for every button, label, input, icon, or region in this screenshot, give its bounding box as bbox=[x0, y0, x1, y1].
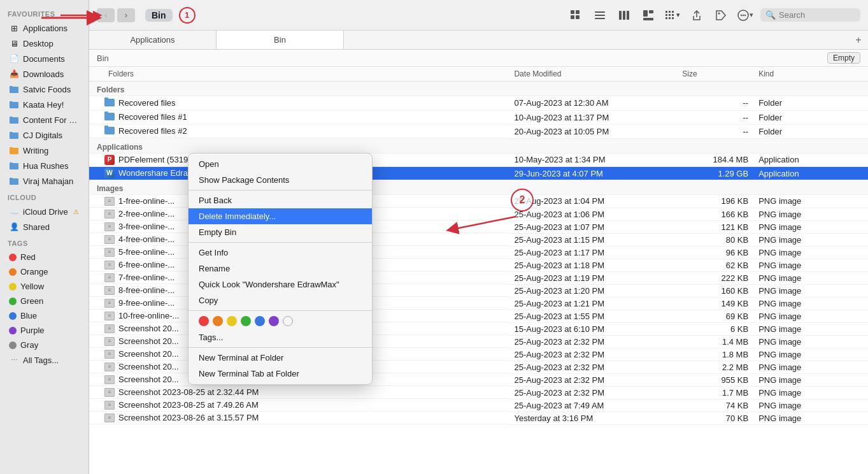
folder-icon bbox=[104, 126, 115, 136]
image-icon: ≡ bbox=[104, 222, 115, 231]
icloud-section: iCloud bbox=[0, 189, 89, 204]
pdf-icon: P bbox=[104, 155, 115, 165]
sidebar-item-label: Purple bbox=[20, 326, 45, 335]
arrange-button[interactable]: ▾ bbox=[664, 6, 681, 24]
file-size: -- bbox=[677, 96, 753, 111]
desktop-icon: 🖥 bbox=[9, 38, 19, 48]
sidebar-item-yellow[interactable]: Yellow bbox=[3, 280, 86, 293]
file-kind: PNG image bbox=[753, 335, 868, 348]
context-menu-item-quick-look[interactable]: Quick Look "Wondershare EdrawMax" bbox=[189, 276, 372, 292]
tag-color-dot[interactable] bbox=[241, 316, 251, 326]
file-name: Recovered files #1 bbox=[89, 110, 509, 124]
file-kind: PNG image bbox=[753, 195, 868, 208]
file-kind: PNG image bbox=[753, 348, 868, 361]
sidebar-item-green[interactable]: Green bbox=[3, 294, 86, 308]
file-size: 2.2 MB bbox=[677, 361, 753, 373]
tag-color-dot[interactable] bbox=[213, 316, 223, 326]
tags-button[interactable] bbox=[712, 6, 730, 24]
context-menu-item-copy[interactable]: Copy bbox=[189, 292, 372, 308]
sidebar-item-blue[interactable]: Blue bbox=[3, 309, 86, 322]
sidebar-item-documents[interactable]: 📄 Documents bbox=[3, 52, 86, 66]
context-menu-item-tags-dots[interactable]: Tags... bbox=[189, 329, 372, 345]
image-icon: ≡ bbox=[104, 363, 115, 371]
grid-view-button[interactable] bbox=[567, 6, 585, 24]
table-row[interactable]: Recovered files 07-Aug-2023 at 12:30 AM … bbox=[89, 96, 868, 111]
tab-bin[interactable]: Bin bbox=[217, 31, 344, 49]
breadcrumb-bin[interactable]: Bin bbox=[145, 9, 173, 22]
tag-empty-dot[interactable] bbox=[283, 316, 293, 326]
search-box[interactable]: 🔍 bbox=[760, 8, 860, 22]
arrange-chevron: ▾ bbox=[676, 11, 680, 19]
more-button[interactable]: ▾ bbox=[736, 6, 754, 24]
empty-button[interactable]: Empty bbox=[827, 52, 860, 64]
tag-color-dot[interactable] bbox=[269, 316, 279, 326]
sidebar-item-label: iCloud Drive bbox=[23, 207, 68, 217]
gallery-view-button[interactable] bbox=[639, 6, 657, 24]
share-button[interactable] bbox=[688, 6, 706, 24]
sidebar-item-content-for-m[interactable]: Content For M... bbox=[3, 113, 86, 127]
sidebar-item-hua-rushes[interactable]: Hua Rushes bbox=[3, 159, 86, 173]
svg-rect-1 bbox=[10, 86, 13, 88]
add-tab-button[interactable]: + bbox=[849, 31, 868, 49]
svg-rect-46 bbox=[104, 111, 108, 114]
table-row[interactable]: Recovered files #1 10-Aug-2023 at 11:37 … bbox=[89, 110, 868, 124]
svg-rect-28 bbox=[643, 18, 653, 20]
sidebar-item-shared[interactable]: 👤 Shared bbox=[3, 220, 86, 234]
context-menu-tags-row bbox=[189, 313, 372, 329]
tag-color-dot[interactable] bbox=[199, 316, 209, 326]
context-menu-item-empty-bin[interactable]: Empty Bin bbox=[189, 224, 372, 240]
sidebar-item-kaata-hey[interactable]: Kaata Hey! bbox=[3, 97, 86, 111]
back-button[interactable]: ‹ bbox=[97, 8, 115, 22]
sidebar-item-applications[interactable]: ⊞ Applications bbox=[3, 21, 86, 35]
context-menu-item-delete-immediately[interactable]: Delete Immediately... bbox=[189, 208, 372, 224]
svg-rect-11 bbox=[10, 162, 13, 164]
sidebar-item-all-tags[interactable]: ⋯ All Tags... bbox=[3, 353, 86, 367]
file-date: 07-Aug-2023 at 12:30 AM bbox=[509, 96, 677, 111]
file-date: 10-May-2023 at 1:34 PM bbox=[509, 153, 677, 167]
file-name: ≡ Screenshot 2023-08-25 at 2.32.44 PM bbox=[89, 386, 509, 399]
col-header-date[interactable]: Date Modified bbox=[509, 67, 677, 82]
table-row[interactable]: ≡ Screenshot 2023-08-26 at 3.15.57 PM Ye… bbox=[89, 412, 868, 424]
col-header-name[interactable]: Folders bbox=[89, 67, 509, 82]
sidebar-item-viraj-mahajan[interactable]: Viraj Mahajan bbox=[3, 174, 86, 188]
sidebar-item-red[interactable]: Red bbox=[3, 250, 86, 264]
table-row[interactable]: Recovered files #2 20-Aug-2023 at 10:05 … bbox=[89, 124, 868, 138]
table-row[interactable]: ≡ Screenshot 2023-08-25 at 7.49.26 AM 25… bbox=[89, 399, 868, 412]
svg-point-41 bbox=[743, 14, 744, 15]
context-menu-item-new-terminal[interactable]: New Terminal at Folder bbox=[189, 350, 372, 366]
context-menu-item-show-package[interactable]: Show Package Contents bbox=[189, 172, 372, 188]
tag-color-dot[interactable] bbox=[255, 316, 265, 326]
search-input[interactable] bbox=[779, 10, 855, 20]
sidebar-item-writing[interactable]: Writing bbox=[3, 143, 86, 157]
sidebar-item-label: Green bbox=[20, 296, 43, 306]
col-header-size[interactable]: Size bbox=[677, 67, 753, 82]
context-menu-item-get-info[interactable]: Get Info bbox=[189, 245, 372, 261]
sidebar-item-gray[interactable]: Gray bbox=[3, 338, 86, 352]
context-menu-item-rename[interactable]: Rename bbox=[189, 261, 372, 276]
context-menu-item-new-terminal-tab[interactable]: New Terminal Tab at Folder bbox=[189, 366, 372, 382]
forward-button[interactable]: › bbox=[117, 8, 135, 22]
context-menu-item-put-back[interactable]: Put Back bbox=[189, 192, 372, 208]
image-icon: ≡ bbox=[104, 401, 115, 410]
sidebar-item-downloads[interactable]: 📥 Downloads bbox=[3, 67, 86, 81]
breadcrumb: Bin 1 bbox=[145, 7, 196, 24]
sidebar-item-label: Shared bbox=[23, 222, 50, 232]
sidebar-item-purple[interactable]: Purple bbox=[3, 324, 86, 337]
file-size: 62 KB bbox=[677, 259, 753, 271]
list-view-button[interactable] bbox=[591, 6, 609, 24]
section-header: Folders bbox=[89, 82, 868, 96]
svg-rect-37 bbox=[672, 17, 674, 19]
image-icon: ≡ bbox=[104, 286, 115, 295]
sidebar-item-orange[interactable]: Orange bbox=[3, 265, 86, 278]
sidebar-item-cj-digitals[interactable]: CJ Digitals bbox=[3, 128, 86, 142]
tag-color-dot[interactable] bbox=[227, 316, 237, 326]
context-menu-item-open[interactable]: Open bbox=[189, 156, 372, 172]
sidebar-item-icloud-drive[interactable]: ☁️ iCloud Drive ⚠ bbox=[3, 205, 86, 219]
sidebar-item-satvic-foods[interactable]: Satvic Foods bbox=[3, 82, 86, 96]
col-header-kind[interactable]: Kind bbox=[753, 67, 868, 82]
sidebar-item-desktop[interactable]: 🖥 Desktop bbox=[3, 36, 86, 50]
tab-bar: Applications Bin + bbox=[89, 31, 868, 50]
table-row[interactable]: ≡ Screenshot 2023-08-25 at 2.32.44 PM 25… bbox=[89, 386, 868, 399]
column-view-button[interactable] bbox=[615, 6, 633, 24]
tab-applications[interactable]: Applications bbox=[89, 31, 217, 49]
